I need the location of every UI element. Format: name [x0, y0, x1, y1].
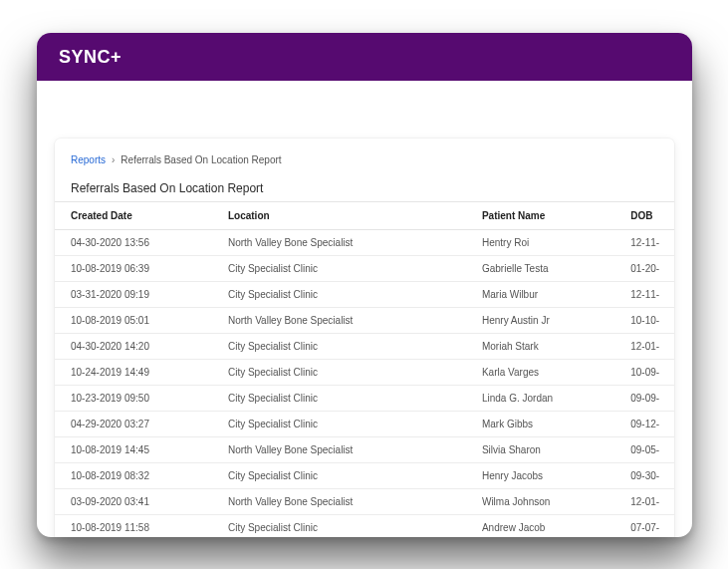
table-header-row: Created Date Location Patient Name DOB	[55, 202, 674, 230]
cell-location: City Specialist Clinic	[222, 515, 476, 538]
col-header-patient[interactable]: Patient Name	[476, 202, 624, 230]
cell-created: 10-08-2019 08:32	[55, 463, 222, 489]
table-row[interactable]: 10-23-2019 09:50City Specialist ClinicLi…	[55, 386, 674, 412]
cell-created: 10-23-2019 09:50	[55, 386, 222, 412]
report-table-wrap: Created Date Location Patient Name DOB 0…	[55, 201, 674, 537]
cell-created: 10-08-2019 05:01	[55, 308, 222, 334]
cell-created: 10-08-2019 14:45	[55, 437, 222, 463]
col-header-created[interactable]: Created Date	[55, 202, 222, 230]
cell-patient: Karla Varges	[476, 360, 624, 386]
cell-dob: 10-10-	[624, 308, 674, 334]
col-header-location[interactable]: Location	[222, 202, 476, 230]
app-body: Reports › Referrals Based On Location Re…	[37, 81, 692, 537]
cell-location: City Specialist Clinic	[222, 412, 476, 437]
cell-created: 03-31-2020 09:19	[55, 282, 222, 308]
cell-dob: 07-07-	[624, 515, 674, 538]
cell-location: City Specialist Clinic	[222, 463, 476, 489]
chevron-right-icon: ›	[112, 154, 115, 165]
cell-dob: 09-12-	[624, 412, 674, 437]
table-row[interactable]: 04-30-2020 14:20City Specialist ClinicMo…	[55, 334, 674, 360]
cell-created: 10-08-2019 06:39	[55, 256, 222, 282]
cell-created: 10-08-2019 11:58	[55, 515, 222, 538]
cell-patient: Moriah Stark	[476, 334, 624, 360]
cell-location: City Specialist Clinic	[222, 256, 476, 282]
table-row[interactable]: 10-08-2019 06:39City Specialist ClinicGa…	[55, 256, 674, 282]
app-window: SYNC+ Reports › Referrals Based On Locat…	[37, 33, 692, 537]
cell-created: 04-30-2020 14:20	[55, 334, 222, 360]
cell-dob: 10-09-	[624, 360, 674, 386]
table-row[interactable]: 03-31-2020 09:19City Specialist ClinicMa…	[55, 282, 674, 308]
cell-patient: Andrew Jacob	[476, 515, 624, 538]
cell-patient: Henry Austin Jr	[476, 308, 624, 334]
cell-patient: Linda G. Jordan	[476, 386, 624, 412]
cell-location: North Valley Bone Specialist	[222, 230, 476, 256]
page-title: Referrals Based On Location Report	[55, 181, 674, 201]
cell-location: City Specialist Clinic	[222, 386, 476, 412]
cell-patient: Maria Wilbur	[476, 282, 624, 308]
breadcrumb: Reports › Referrals Based On Location Re…	[55, 154, 674, 181]
col-header-dob[interactable]: DOB	[624, 202, 674, 230]
table-row[interactable]: 04-29-2020 03:27City Specialist ClinicMa…	[55, 412, 674, 437]
breadcrumb-current: Referrals Based On Location Report	[121, 154, 281, 165]
cell-location: City Specialist Clinic	[222, 282, 476, 308]
cell-patient: Mark Gibbs	[476, 412, 624, 437]
cell-created: 04-30-2020 13:56	[55, 230, 222, 256]
content-panel: Reports › Referrals Based On Location Re…	[55, 139, 674, 537]
report-table: Created Date Location Patient Name DOB 0…	[55, 201, 674, 537]
cell-dob: 12-11-	[624, 282, 674, 308]
cell-location: City Specialist Clinic	[222, 360, 476, 386]
cell-dob: 09-09-	[624, 386, 674, 412]
cell-created: 04-29-2020 03:27	[55, 412, 222, 437]
table-row[interactable]: 10-08-2019 08:32City Specialist ClinicHe…	[55, 463, 674, 489]
table-row[interactable]: 04-30-2020 13:56North Valley Bone Specia…	[55, 230, 674, 256]
breadcrumb-root-link[interactable]: Reports	[71, 154, 106, 165]
cell-created: 10-24-2019 14:49	[55, 360, 222, 386]
cell-location: North Valley Bone Specialist	[222, 489, 476, 515]
cell-location: North Valley Bone Specialist	[222, 308, 476, 334]
cell-dob: 12-01-	[624, 489, 674, 515]
table-row[interactable]: 10-08-2019 11:58City Specialist ClinicAn…	[55, 515, 674, 538]
cell-created: 03-09-2020 03:41	[55, 489, 222, 515]
cell-dob: 09-05-	[624, 437, 674, 463]
table-row[interactable]: 10-08-2019 14:45North Valley Bone Specia…	[55, 437, 674, 463]
table-row[interactable]: 10-24-2019 14:49City Specialist ClinicKa…	[55, 360, 674, 386]
cell-patient: Henry Jacobs	[476, 463, 624, 489]
cell-patient: Gabrielle Testa	[476, 256, 624, 282]
cell-dob: 12-11-	[624, 230, 674, 256]
cell-location: City Specialist Clinic	[222, 334, 476, 360]
cell-patient: Silvia Sharon	[476, 437, 624, 463]
cell-patient: Hentry Roi	[476, 230, 624, 256]
app-logo: SYNC+	[59, 47, 121, 68]
table-row[interactable]: 10-08-2019 05:01North Valley Bone Specia…	[55, 308, 674, 334]
cell-location: North Valley Bone Specialist	[222, 437, 476, 463]
cell-dob: 12-01-	[624, 334, 674, 360]
cell-dob: 01-20-	[624, 256, 674, 282]
cell-dob: 09-30-	[624, 463, 674, 489]
app-header: SYNC+	[37, 33, 692, 81]
cell-patient: Wilma Johnson	[476, 489, 624, 515]
table-row[interactable]: 03-09-2020 03:41North Valley Bone Specia…	[55, 489, 674, 515]
